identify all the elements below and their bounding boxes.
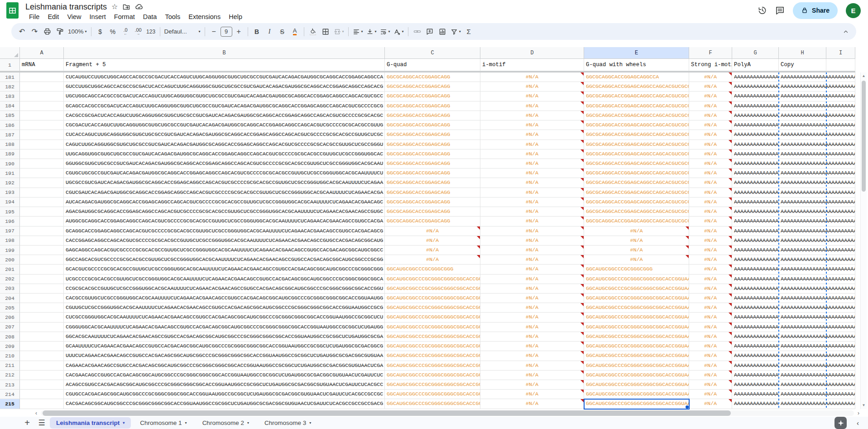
cell-D203[interactable]: #N/A bbox=[480, 284, 584, 294]
cell-B186-fragment[interactable]: CGCGACUCACCAGUCUUGCAGGUGGCGUGCUGCGCCGUCG… bbox=[64, 121, 385, 130]
cell-G200-polyA[interactable]: AAAAAAAAAAAAAAAA bbox=[732, 255, 779, 265]
cell-H187-copy[interactable]: AAAAAAAAAAAAAAAAAAAAAAAA bbox=[779, 130, 855, 140]
cell-B188-fragment[interactable]: CAGUCUUGCAGGUGGCGUGCUGCGCCGUCGAUCACAGACG… bbox=[64, 140, 385, 149]
sheet-tab-chromosome-2[interactable]: Chromosome 2▾ bbox=[196, 417, 255, 429]
cell-H211-copy[interactable]: AAAAAAAAAAAAAAAAAAAAAAAA bbox=[779, 361, 855, 371]
cell-D208[interactable]: #N/A bbox=[480, 332, 584, 342]
cell-H194-copy[interactable]: AAAAAAAAAAAAAAAAAAAAAAAA bbox=[779, 198, 855, 207]
cell-H195-copy[interactable]: AAAAAAAAAAAAAAAAAAAAAAAA bbox=[779, 207, 855, 217]
cell-F182[interactable]: #N/A bbox=[689, 82, 732, 92]
cell-G197-polyA[interactable]: AAAAAAAAAAAAAAAA bbox=[732, 227, 779, 236]
cell-G196-polyA[interactable]: AAAAAAAAAAAAAAAA bbox=[732, 217, 779, 226]
cell-E209[interactable]: GGCAUGCGGCCCGCGGGCGGGCGGCACCGGUAAUGG bbox=[584, 342, 689, 351]
cell-B185-fragment[interactable]: CACGCCGCGACUCACCAGUCUUGCAGGUGGCGUGCUGCGC… bbox=[64, 111, 385, 121]
strikethrough-button[interactable]: S bbox=[276, 25, 288, 38]
menu-insert[interactable]: Insert bbox=[86, 13, 110, 21]
row-header-205[interactable]: 205 bbox=[0, 303, 20, 313]
cell-G210-polyA[interactable]: AAAAAAAAAAAAAAAA bbox=[732, 351, 779, 361]
cell-B196-fragment[interactable]: AUGGCGCAGGCACCGGAGCAGGCCAGCACGUCGCCCCGCG… bbox=[64, 217, 385, 226]
row-header-213[interactable]: 213 bbox=[0, 380, 20, 390]
cell-E185[interactable]: GGCGCAGGCACCGGAGCAGGCCAGCACGUCGCCCCG bbox=[584, 111, 689, 121]
row-header-211[interactable]: 211 bbox=[0, 361, 20, 371]
cell-B203-fragment[interactable]: CCGCGCACGCCGUUGCUCGCCGGGUGGCACGCAAUUUUCU… bbox=[64, 284, 385, 294]
row-header-187[interactable]: 187 bbox=[0, 130, 20, 140]
undo-button[interactable]: ↶ bbox=[16, 25, 28, 38]
cell-E182[interactable]: GGCGCAGGCACCGGAGCAGGCCAGCACGUCGCCCCG bbox=[584, 82, 689, 92]
scroll-up-icon[interactable]: ▲ bbox=[862, 72, 866, 80]
cell-E213[interactable]: GGCAUGCGGCCCGCGGGCGGGCGGCACCGGUAAUGG bbox=[584, 380, 689, 390]
cell-A210[interactable] bbox=[20, 351, 64, 361]
cell-A200[interactable] bbox=[20, 255, 64, 265]
document-title[interactable]: Leishmania transcripts bbox=[25, 2, 107, 12]
cell-C202[interactable]: GGCAUGCGGCCCGCGGGCGGGCGGCACCGGUAAUGG bbox=[385, 275, 480, 284]
cell-A186[interactable] bbox=[20, 121, 64, 130]
cell-G185-polyA[interactable]: AAAAAAAAAAAAAAAA bbox=[732, 111, 779, 121]
column-header-C[interactable]: C bbox=[385, 47, 480, 59]
row-header-209[interactable]: 209 bbox=[0, 342, 20, 351]
header-cell-C[interactable]: G-quad bbox=[385, 59, 480, 71]
column-header-E[interactable]: E bbox=[584, 47, 689, 59]
cell-F193[interactable]: #N/A bbox=[689, 188, 732, 198]
redo-button[interactable]: ↷ bbox=[29, 25, 41, 38]
cell-H192-copy[interactable]: AAAAAAAAAAAAAAAAAAAAAAAA bbox=[779, 178, 855, 188]
cell-C197[interactable]: #N/A bbox=[385, 227, 480, 236]
cell-H204-copy[interactable]: AAAAAAAAAAAAAAAAAAAAAAAA bbox=[779, 294, 855, 303]
cell-G203-polyA[interactable]: AAAAAAAAAAAAAAAA bbox=[732, 284, 779, 294]
cell-A192[interactable] bbox=[20, 178, 64, 188]
cell-A189[interactable] bbox=[20, 149, 64, 159]
cell-E190[interactable]: GGCGCAGGCACCGGAGCAGGCCAGCACGUCGCCCCG bbox=[584, 159, 689, 169]
cell-C204[interactable]: GGCAUGCGGCCCGCGGGCGGGCGGCACCGGUAAUGG bbox=[385, 294, 480, 303]
row-header-208[interactable]: 208 bbox=[0, 332, 20, 342]
cell-B195-fragment[interactable]: AGACGAUGGCGCAGGCACCGGAGCAGGCCAGCACGUCGCC… bbox=[64, 207, 385, 217]
cell-A182[interactable] bbox=[20, 82, 64, 92]
cell-D195[interactable]: #N/A bbox=[480, 207, 584, 217]
cell-A212[interactable] bbox=[20, 371, 64, 380]
cell-G187-polyA[interactable]: AAAAAAAAAAAAAAAA bbox=[732, 130, 779, 140]
cell-F215[interactable]: #N/A bbox=[689, 399, 732, 409]
cell-D182[interactable]: #N/A bbox=[480, 82, 584, 92]
menu-help[interactable]: Help bbox=[225, 13, 246, 21]
cell-B207-fragment[interactable]: CGGGUGGCACGCAAUUUUCUCAGAACACGAACAGCCGUGC… bbox=[64, 323, 385, 332]
cell-G206-polyA[interactable]: AAAAAAAAAAAAAAAA bbox=[732, 313, 779, 322]
cell-F205[interactable]: #N/A bbox=[689, 303, 732, 313]
cell-H210-copy[interactable]: AAAAAAAAAAAAAAAAAAAAAAAA bbox=[779, 351, 855, 361]
row-header-193[interactable]: 193 bbox=[0, 188, 20, 198]
cell-D181[interactable]: #N/A bbox=[480, 72, 584, 82]
cell-D199[interactable]: #N/A bbox=[480, 246, 584, 255]
bold-button[interactable]: B bbox=[251, 25, 263, 38]
cell-C203[interactable]: GGCAUGCGGCCCGCGGGCGGGCGGCACCGGUAAUGG bbox=[385, 284, 480, 294]
cell-C209[interactable]: GGCAUGCGGCCCGCGGGCGGGCGGCACCGGUAAUGG bbox=[385, 342, 480, 351]
cell-D211[interactable]: #N/A bbox=[480, 361, 584, 371]
cell-D183[interactable]: #N/A bbox=[480, 92, 584, 101]
menu-view[interactable]: View bbox=[63, 13, 85, 21]
sheet-tab-chromosome-3[interactable]: Chromosome 3▾ bbox=[258, 417, 317, 429]
cell-F211[interactable]: #N/A bbox=[689, 361, 732, 371]
row-header-198[interactable]: 198 bbox=[0, 236, 20, 246]
cell-G188-polyA[interactable]: AAAAAAAAAAAAAAAA bbox=[732, 140, 779, 149]
cell-D196[interactable]: #N/A bbox=[480, 217, 584, 226]
column-header-H[interactable]: H bbox=[779, 47, 826, 59]
cell-A197[interactable] bbox=[20, 227, 64, 236]
cell-C213[interactable]: GGCAUGCGGCCCGCGGGCGGGCGGCACCGGUAAUGG bbox=[385, 380, 480, 390]
cell-H199-copy[interactable]: AAAAAAAAAAAAAAAAAAAAAAAA bbox=[779, 246, 855, 255]
cell-E198[interactable]: #N/A bbox=[584, 236, 689, 246]
text-color-button[interactable]: A bbox=[289, 25, 301, 38]
cell-A195[interactable] bbox=[20, 207, 64, 217]
cell-E193[interactable]: GGCGCAGGCACCGGAGCAGGCCAGCACGUCGCCCCG bbox=[584, 188, 689, 198]
cell-G189-polyA[interactable]: AAAAAAAAAAAAAAAA bbox=[732, 149, 779, 159]
cell-H206-copy[interactable]: AAAAAAAAAAAAAAAAAAAAAAAA bbox=[779, 313, 855, 322]
cell-E208[interactable]: GGCAUGCGGCCCGCGGGCGGGCGGCACCGGUAAUGG bbox=[584, 332, 689, 342]
cell-B198-fragment[interactable]: CACCGGAGCAGGCCAGCACGUCGCCCCGCGCACGCCGUUG… bbox=[64, 236, 385, 246]
cell-F185[interactable]: #N/A bbox=[689, 111, 732, 121]
cell-E191[interactable]: GGCGCAGGCACCGGAGCAGGCCAGCACGUCGCCCCG bbox=[584, 169, 689, 178]
cell-H184-copy[interactable]: AAAAAAAAAAAAAAAAAAAAAAAA bbox=[779, 101, 855, 111]
increase-font-size-button[interactable]: + bbox=[233, 25, 245, 38]
menu-file[interactable]: File bbox=[25, 13, 43, 21]
fill-color-button[interactable] bbox=[307, 25, 319, 38]
cell-F202[interactable]: #N/A bbox=[689, 275, 732, 284]
row-header-188[interactable]: 188 bbox=[0, 140, 20, 149]
cell-H207-copy[interactable]: AAAAAAAAAAAAAAAAAAAAAAAA bbox=[779, 323, 855, 332]
cell-A184[interactable] bbox=[20, 101, 64, 111]
header-cell-B[interactable]: Fragment + 5 bbox=[64, 59, 385, 71]
cell-E204[interactable]: GGCAUGCGGCCCGCGGGCGGGCGGCACCGGUAAUGG bbox=[584, 294, 689, 303]
